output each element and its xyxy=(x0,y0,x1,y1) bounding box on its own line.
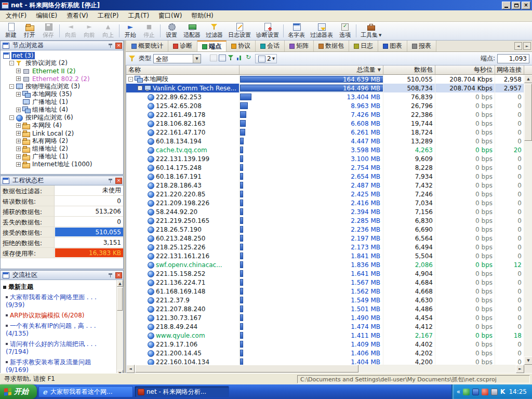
tree-expand-toggle[interactable]: + xyxy=(16,139,21,143)
tab-scroll-right-button[interactable]: ► xyxy=(523,42,531,50)
scroll-track[interactable] xyxy=(524,83,532,356)
menu-item[interactable]: 帮助(H) xyxy=(187,10,218,22)
column-header-name[interactable]: 名称 xyxy=(126,65,240,75)
tray-icon-network[interactable] xyxy=(472,389,479,395)
options-button[interactable]: 选项 xyxy=(336,22,354,39)
table-row[interactable]: cache.tv.qq.com3.598 MB4,2630 bps20 xyxy=(126,145,524,154)
diagnosis-settings-button[interactable]: 诊断设置 xyxy=(254,22,282,39)
menu-item[interactable]: 窗口(W) xyxy=(154,10,187,22)
community-pin-button[interactable] xyxy=(107,272,114,278)
tab-matrix[interactable]: 矩阵 xyxy=(285,41,314,51)
tree-item-ethernet-8022-node[interactable]: +Ethernet 802.2 (2) xyxy=(1,75,123,83)
tray-icon-red[interactable] xyxy=(482,389,488,395)
project-status-pin-button[interactable] xyxy=(107,178,114,184)
table-row[interactable]: 125.42.65.2088.963 MB26,7960 bps0 xyxy=(126,101,524,110)
new-button[interactable]: 新建 xyxy=(2,22,20,39)
tab-endpoint[interactable]: 端点 xyxy=(197,41,227,51)
maximize-button[interactable] xyxy=(512,2,521,9)
type-select[interactable]: 全部 ▼ xyxy=(153,54,201,63)
table-row[interactable]: 58.244.92.202.394 MB7,1560 bps0 xyxy=(126,207,524,216)
tray-k-icon[interactable]: K xyxy=(500,388,505,395)
table-row[interactable]: 218.25.125.2262.173 MB6,4940 bps0 xyxy=(126,243,524,251)
tab-session[interactable]: 会话 xyxy=(256,41,285,51)
tree-item-private-net-node[interactable]: +私有网络 (2) xyxy=(1,137,123,145)
menu-item[interactable]: 查看(V) xyxy=(62,10,93,22)
table-row[interactable]: 60.18.134.1944.447 MB13,2890 bps0 xyxy=(126,137,524,145)
menu-item[interactable]: 工具(T) xyxy=(123,10,154,22)
tree-item-ip-browse-node[interactable]: -按IP端点浏览 (6) xyxy=(1,114,123,122)
taskbar-task-button[interactable]: net - 科来网络分析... xyxy=(135,386,229,397)
scroll-thumb[interactable] xyxy=(117,287,123,311)
tab-chart[interactable]: 图表 xyxy=(378,41,407,51)
minimize-button[interactable] xyxy=(502,2,511,9)
filter-button[interactable]: 过滤器 xyxy=(203,22,225,39)
forum-topic-link[interactable]: 请问有什么好的方法能把讯 . . . (7/194) xyxy=(6,340,114,356)
settings-button[interactable]: 设置 xyxy=(162,22,181,39)
tree-expand-toggle[interactable]: - xyxy=(9,61,14,65)
refresh-button[interactable] xyxy=(245,54,252,61)
tree-item-ethernet2-node[interactable]: +Ethernet II (2) xyxy=(1,67,123,75)
tree-expand-toggle[interactable]: + xyxy=(16,123,21,128)
tray-icon-monitor[interactable] xyxy=(491,389,498,395)
scroll-track[interactable] xyxy=(135,365,516,373)
table-row[interactable]: 221.219.250.1652.285 MB6,8300 bps0 xyxy=(126,216,524,225)
table-row[interactable]: swf.openv.chinacac...1.836 MB2,0860 bps1… xyxy=(126,260,524,269)
column-header-bps[interactable]: 每秒位 xyxy=(435,65,495,75)
tree-item-ip-broadcast-node[interactable]: +广播地址 (1) xyxy=(1,153,123,161)
table-row[interactable]: 221.136.224.711.567 MB4,6840 bps0 xyxy=(126,278,524,287)
tab-summary[interactable]: 概要统计 xyxy=(127,41,168,51)
tree-expand-toggle[interactable]: + xyxy=(16,147,21,151)
close-button[interactable]: × xyxy=(522,2,530,9)
node-browser-close-button[interactable]: × xyxy=(115,43,122,49)
filter-button[interactable] xyxy=(227,54,235,61)
tree-expand-toggle[interactable]: - xyxy=(9,84,14,89)
scroll-up-button[interactable]: ▲ xyxy=(117,280,123,287)
tree-expand-toggle[interactable]: + xyxy=(16,76,21,81)
tree-expand-toggle[interactable]: + xyxy=(16,131,21,136)
rows-dropdown[interactable]: 2 ▼ xyxy=(255,54,277,63)
scroll-track[interactable] xyxy=(117,287,123,370)
tab-log[interactable]: 日志 xyxy=(349,41,378,51)
table-row[interactable]: 218.8.49.2441.474 MB4,4120 bps0 xyxy=(126,322,524,331)
table-row[interactable]: 221.200.14.451.406 MB4,2020 bps0 xyxy=(126,349,524,357)
tree-item-physical-browse-node[interactable]: -按物理端点浏览 (3) xyxy=(1,83,123,90)
tree-expand-toggle[interactable]: + xyxy=(16,108,21,112)
table-row[interactable]: 221.9.17.1061.409 MB4,4020 bps0 xyxy=(126,340,524,349)
community-close-button[interactable]: × xyxy=(115,272,122,278)
table-row[interactable]: 221.209.198.2262.416 MB7,0340 bps0 xyxy=(126,198,524,207)
tree-item-project-root-node[interactable]: net (3) xyxy=(1,51,123,59)
table-row[interactable]: 222.89.62.25313.404 MB76,8390 bps0 xyxy=(126,92,524,101)
tree-item-protocol-browse-node[interactable]: -按协议浏览 (2) xyxy=(1,59,123,67)
tray-expand-icon[interactable]: « xyxy=(457,388,460,395)
tab-scroll-left-button[interactable]: ◄ xyxy=(514,42,522,50)
row-expand-toggle[interactable]: - xyxy=(138,86,142,90)
tree-item-internet-addr-node[interactable]: +Internet地址 (1000) xyxy=(1,161,123,168)
column-header-connections[interactable]: 网络连接 xyxy=(495,65,524,75)
tree-expand-toggle[interactable]: + xyxy=(16,162,21,167)
table-row[interactable]: 218.28.186.432.487 MB7,4320 bps0 xyxy=(126,181,524,190)
table-row[interactable]: 222.161.49.1787.426 MB22,3860 bps0 xyxy=(126,110,524,119)
start-capture-button[interactable]: 开始 xyxy=(121,22,140,39)
forum-topic-link[interactable]: 大家帮我看看这个网络里面 . . . (9/39) xyxy=(6,294,114,309)
filter-table-button[interactable]: 过滤器表 xyxy=(308,22,336,39)
tray-icon-green[interactable] xyxy=(463,389,470,395)
node-browser-pin-button[interactable] xyxy=(107,43,114,49)
taskbar-task-button[interactable]: e大家帮我看看这个网... xyxy=(38,386,133,397)
tree-item-ip-multicast-node[interactable]: +组播地址 (2) xyxy=(1,145,123,153)
scroll-left-button[interactable]: ◄ xyxy=(126,365,135,373)
forum-topic-link[interactable]: ARP协议欺骗模拟 (6/208) xyxy=(6,312,114,320)
table-row[interactable]: 221.2.37.91.549 MB4,6300 bps0 xyxy=(126,296,524,304)
menu-item[interactable]: 编辑(E) xyxy=(31,10,62,22)
forum-topic-link[interactable]: 新手求教安装布署及流量问题 (9/169) xyxy=(6,358,114,374)
row-expand-toggle[interactable]: - xyxy=(128,77,133,82)
adapter-button[interactable]: 适配器 xyxy=(181,22,203,39)
toolkit-button[interactable]: 工具集▼ xyxy=(358,22,384,39)
log-settings-button[interactable]: 日志设置 xyxy=(225,22,254,39)
scroll-thumb[interactable] xyxy=(524,84,532,141)
table-row[interactable]: 121.30.73.1671.490 MB4,4540 bps0 xyxy=(126,313,524,322)
tree-expand-toggle[interactable]: + xyxy=(16,154,21,159)
table-row[interactable]: www.qyule.com1.411 MB2,1670 bps18 xyxy=(126,331,524,340)
table-row[interactable]: 222.131.139.1993.100 MB9,6090 bps0 xyxy=(126,154,524,163)
table-row[interactable]: 222.131.161.2161.841 MB5,5040 bps0 xyxy=(126,251,524,260)
scroll-down-button[interactable]: ▼ xyxy=(524,356,532,365)
